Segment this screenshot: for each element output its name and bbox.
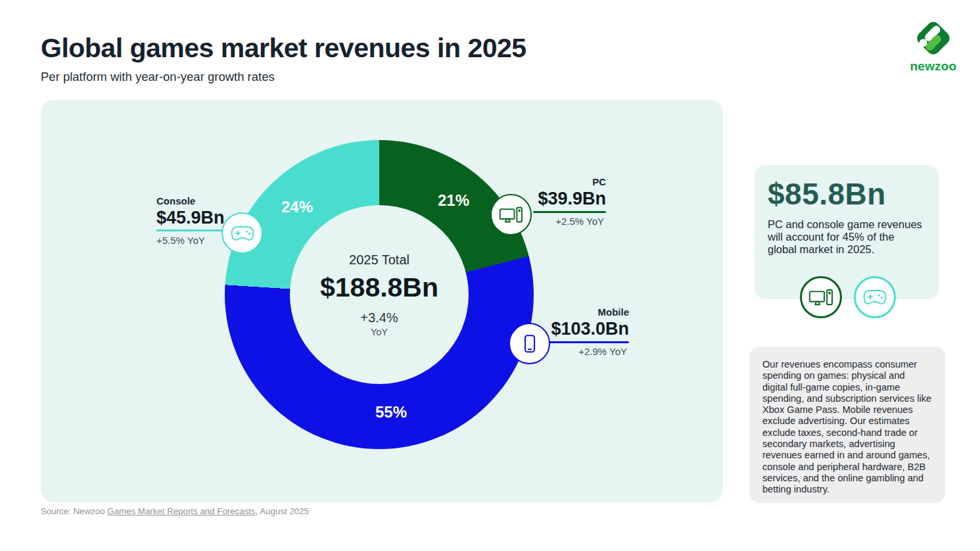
total-label: 2025 Total xyxy=(349,252,409,268)
callout-pc-yoy-text: +2.5% YoY xyxy=(555,216,604,227)
gamepad-icon xyxy=(862,289,887,306)
mobile-icon-badge xyxy=(509,323,550,364)
callout-pc: PC $39.9Bn xyxy=(538,176,606,209)
newzoo-logo-icon xyxy=(914,18,952,58)
highlight-description: PC and console game revenues will accoun… xyxy=(768,218,925,256)
infographic-page: Global games market revenues in 2025 Per… xyxy=(0,0,980,551)
callout-mobile-yoy: +2.9% YoY xyxy=(578,346,627,357)
callout-console-value: $45.9Bn xyxy=(156,208,225,228)
total-value: $188.8Bn xyxy=(320,272,438,303)
segment-label-pc: 21% xyxy=(438,191,469,210)
source-line: Source: Newzoo Games Market Reports and … xyxy=(41,506,309,516)
page-subtitle: Per platform with year-on-year growth ra… xyxy=(41,70,275,84)
highlight-pc-badge xyxy=(800,276,842,318)
callout-line-console xyxy=(156,229,226,231)
callout-line-pc xyxy=(533,211,606,213)
smartphone-icon xyxy=(523,334,537,354)
total-growth-unit: YoY xyxy=(371,327,388,337)
callout-console-yoy-text: +5.5% YoY xyxy=(156,235,205,246)
newzoo-logo: newzoo xyxy=(910,18,957,74)
callout-mobile: Mobile $103.0Bn xyxy=(551,306,629,339)
donut-center: 2025 Total $188.8Bn +3.4% YoY xyxy=(290,205,469,384)
note-text: Our revenues encompass consumer spending… xyxy=(762,359,932,495)
pc-icon-badge xyxy=(490,194,532,235)
pc-icon xyxy=(808,289,833,306)
callout-mobile-yoy-text: +2.9% YoY xyxy=(578,346,627,357)
total-growth: +3.4% xyxy=(360,310,398,325)
page-title: Global games market revenues in 2025 xyxy=(41,33,526,64)
highlight-console-badge xyxy=(854,276,896,318)
highlight-panel: $85.8Bn PC and console game revenues wil… xyxy=(755,165,939,299)
callout-mobile-name: Mobile xyxy=(551,306,629,318)
newzoo-wordmark: newzoo xyxy=(910,59,957,74)
callout-console: Console $45.9Bn xyxy=(156,195,225,228)
source-suffix: , August 2025 xyxy=(256,506,309,516)
callout-line-mobile xyxy=(548,341,629,343)
console-icon-badge xyxy=(222,212,263,254)
source-link[interactable]: Games Market Reports and Forecasts xyxy=(107,506,255,516)
callout-mobile-value: $103.0Bn xyxy=(551,319,629,339)
callout-pc-name: PC xyxy=(538,176,606,187)
callout-pc-value: $39.9Bn xyxy=(538,189,606,209)
gamepad-icon xyxy=(230,225,255,242)
callout-pc-yoy: +2.5% YoY xyxy=(555,216,604,227)
callout-console-name: Console xyxy=(156,195,225,206)
segment-label-console: 24% xyxy=(281,198,313,216)
highlight-value: $85.8Bn xyxy=(768,176,925,212)
note-panel: Our revenues encompass consumer spending… xyxy=(749,347,945,503)
chart-panel: 2025 Total $188.8Bn +3.4% YoY 21% 55% 24… xyxy=(41,100,723,502)
pc-icon xyxy=(499,206,523,224)
callout-console-yoy: +5.5% YoY xyxy=(156,235,205,246)
segment-label-mobile: 55% xyxy=(375,403,407,421)
source-prefix: Source: Newzoo xyxy=(41,506,107,516)
